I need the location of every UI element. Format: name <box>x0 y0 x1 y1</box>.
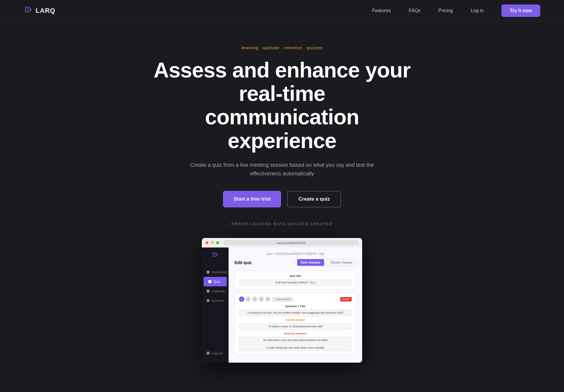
sidebar-item-account[interactable]: Account <box>202 296 229 305</box>
incorrect-answer-1[interactable]: To make them more accurate representatio… <box>239 337 352 343</box>
q-tab-3[interactable]: 3 <box>252 296 257 302</box>
sidebar-logout-label: Log out <box>212 351 223 355</box>
sidebar-item-quiz[interactable]: Quiz <box>204 277 227 286</box>
try-it-now-button[interactable]: Try it now <box>501 4 540 17</box>
delete-question-button[interactable]: Delete <box>340 297 352 301</box>
discard-changes-button[interactable]: Discard changes <box>327 259 356 266</box>
sidebar-item-calendar[interactable]: Calendar <box>202 286 229 296</box>
q-tab-1[interactable]: 1 <box>239 296 244 302</box>
hero-title-line2: communication experience <box>205 105 359 152</box>
sidebar-item-logout[interactable]: Log out <box>202 348 229 358</box>
quiz-icon <box>208 280 211 283</box>
account-icon <box>207 299 210 302</box>
hero-title: Assess and enhance your real-time commun… <box>148 58 416 153</box>
q1-title-label: Question 1 Title <box>239 305 352 308</box>
hero-tagline: learning . aptitude . retention . quizze… <box>241 45 323 50</box>
edit-header: Edit quiz Save changes Discard changes <box>235 259 356 266</box>
calendar-icon <box>207 290 210 293</box>
hero-stat: ERROR LOADING DATA QUIZZES CREATED <box>231 222 332 226</box>
browser-mockup: app.larq.ai/dashboard Dashboard <box>202 238 362 363</box>
question-editor: 1 2 3 4 5 + New question Delete Question… <box>235 293 356 355</box>
correct-answer-label: Correct answer <box>239 318 352 321</box>
new-question-button[interactable]: + New question <box>272 297 293 301</box>
nav-pricing[interactable]: Pricing <box>438 8 453 13</box>
browser-dot-yellow <box>211 241 214 244</box>
question-tabs: 1 2 3 4 5 + New question Delete <box>239 296 352 302</box>
q-tab-5[interactable]: 5 <box>265 296 270 302</box>
quiz-title-input[interactable]: Truth and Scientific Method - Try 2 <box>239 279 352 286</box>
correct-answer-input[interactable]: To make it easier to understand and work… <box>239 323 352 330</box>
logout-icon <box>207 352 210 355</box>
dashboard-main: Quiz > 6533481cc6e558b7d7ef83070 > edit … <box>229 247 362 363</box>
navbar: LARQ Features FAQs Pricing Log in Try it… <box>0 0 564 21</box>
hero-section: learning . aptitude . retention . quizze… <box>0 21 564 380</box>
hero-subtitle: Create a quiz from a live meeting sessio… <box>178 161 386 178</box>
nav-features[interactable]: Features <box>372 8 391 13</box>
edit-actions: Save changes Discard changes <box>297 259 356 266</box>
browser-bar: app.larq.ai/dashboard <box>202 238 362 247</box>
sidebar-dashboard-label: Dashboard <box>212 270 228 274</box>
sidebar-calendar-label: Calendar <box>212 289 225 293</box>
sidebar-item-dashboard[interactable]: Dashboard <box>202 267 229 277</box>
incorrect-answer-2[interactable]: To add complexity and make them more sci… <box>239 345 352 351</box>
dashboard-layout: Dashboard Quiz Calendar Account Log <box>202 247 362 363</box>
start-trial-button[interactable]: Start a free trial <box>223 191 281 207</box>
logo-text: LARQ <box>36 7 55 15</box>
browser-dot-red <box>205 241 208 244</box>
incorrect-answers-label: Incorrect answers <box>239 332 352 335</box>
breadcrumb: Quiz > 6533481cc6e558b7d7ef83070 > edit <box>235 252 356 255</box>
hero-title-line1: Assess and enhance your real-time <box>153 58 410 105</box>
quiz-title-section: Quiz title Truth and Scientific Method -… <box>235 271 356 290</box>
save-changes-button[interactable]: Save changes <box>297 259 324 266</box>
create-quiz-button[interactable]: Create a quiz <box>287 191 341 207</box>
logo[interactable]: LARQ <box>24 6 55 15</box>
sidebar: Dashboard Quiz Calendar Account Log <box>202 247 229 363</box>
q1-title-input[interactable]: According to the text, why do models sim… <box>239 310 352 316</box>
browser-url-bar: app.larq.ai/dashboard <box>224 240 359 245</box>
sidebar-account-label: Account <box>212 299 224 302</box>
sidebar-quiz-label: Quiz <box>214 280 221 283</box>
browser-dot-green <box>216 241 219 244</box>
sidebar-logo <box>212 252 218 260</box>
q-tab-4[interactable]: 4 <box>259 296 264 302</box>
q-tab-2[interactable]: 2 <box>245 296 251 302</box>
quiz-title-label: Quiz title <box>239 274 352 277</box>
browser-url-text: app.larq.ai/dashboard <box>277 241 306 245</box>
login-button[interactable]: Log in <box>471 8 484 13</box>
edit-quiz-title: Edit quiz <box>235 260 252 265</box>
nav-links: Features FAQs Pricing Log in Try it now <box>372 4 540 17</box>
nav-faqs[interactable]: FAQs <box>409 8 421 13</box>
grid-icon <box>207 271 210 274</box>
hero-buttons: Start a free trial Create a quiz <box>223 191 341 207</box>
